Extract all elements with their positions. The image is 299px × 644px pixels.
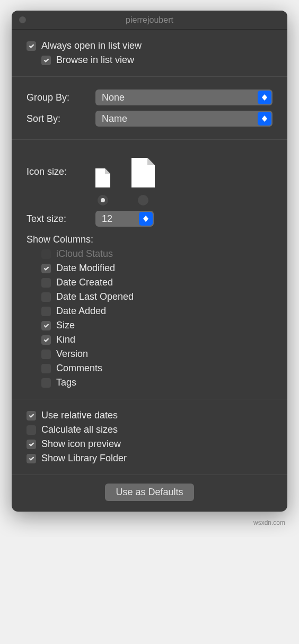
- always-open-label: Always open in list view: [41, 40, 142, 51]
- footer: Use as Defaults: [12, 475, 287, 512]
- always-open-row: Always open in list view: [27, 40, 272, 51]
- column-label: Tags: [56, 377, 76, 388]
- icon-size-large-radio[interactable]: [138, 195, 148, 205]
- file-icon-small: [95, 168, 110, 187]
- icon-size-small-radio[interactable]: [98, 195, 108, 205]
- bottom-checkbox[interactable]: [27, 411, 36, 421]
- column-label: iCloud Status: [56, 248, 113, 260]
- browse-checkbox[interactable]: [41, 56, 51, 65]
- section-grouping: Group By: None Sort By: Name: [12, 77, 287, 140]
- column-checkbox[interactable]: [41, 307, 51, 316]
- column-option: iCloud Status: [41, 248, 272, 260]
- column-option: Date Last Opened: [41, 291, 272, 302]
- column-checkbox[interactable]: [41, 378, 51, 388]
- column-label: Comments: [56, 363, 102, 374]
- column-checkbox[interactable]: [41, 278, 51, 288]
- bottom-label: Show Library Folder: [41, 453, 127, 464]
- browse-label: Browse in list view: [56, 55, 134, 66]
- columns-list: iCloud StatusDate ModifiedDate CreatedDa…: [27, 248, 272, 388]
- column-option: Comments: [41, 363, 272, 374]
- column-option: Version: [41, 348, 272, 360]
- window-title: pierrejoubert: [126, 15, 173, 25]
- group-by-select[interactable]: None: [95, 90, 272, 105]
- bottom-option: Use relative dates: [27, 410, 272, 421]
- sort-by-row: Sort By: Name: [27, 111, 272, 127]
- column-checkbox[interactable]: [41, 292, 51, 302]
- chevron-up-down-icon: [258, 91, 271, 104]
- column-checkbox: [41, 249, 51, 259]
- column-option: Date Created: [41, 277, 272, 288]
- column-label: Date Created: [56, 277, 113, 288]
- bottom-option: Show icon preview: [27, 439, 272, 450]
- bottom-options-list: Use relative datesCalculate all sizesSho…: [27, 410, 272, 464]
- view-options-window: pierrejoubert Always open in list view B…: [12, 11, 287, 512]
- section-bottom-options: Use relative datesCalculate all sizesSho…: [12, 399, 287, 475]
- sort-by-select[interactable]: Name: [95, 111, 272, 127]
- bottom-checkbox[interactable]: [27, 425, 36, 435]
- show-columns-heading: Show Columns:: [27, 234, 272, 245]
- group-by-value: None: [102, 92, 125, 103]
- column-option: Date Added: [41, 306, 272, 317]
- column-label: Size: [56, 320, 75, 331]
- icon-size-row: Icon size:: [27, 153, 272, 205]
- watermark: wsxdn.com: [11, 519, 288, 526]
- always-open-checkbox[interactable]: [27, 41, 36, 51]
- close-button[interactable]: [19, 16, 26, 23]
- bottom-option: Calculate all sizes: [27, 424, 272, 435]
- group-by-row: Group By: None: [27, 90, 272, 105]
- group-by-label: Group By:: [27, 92, 95, 103]
- column-label: Version: [56, 348, 88, 360]
- chevron-up-down-icon: [258, 112, 271, 126]
- bottom-label: Calculate all sizes: [41, 424, 118, 435]
- sort-by-value: Name: [102, 113, 127, 124]
- column-label: Date Last Opened: [56, 291, 134, 302]
- section-main-options: Icon size: Text size: 12: [12, 140, 287, 399]
- sort-by-label: Sort By:: [27, 113, 95, 124]
- icon-size-small-option: [95, 168, 110, 205]
- bottom-option: Show Library Folder: [27, 453, 272, 464]
- use-as-defaults-button[interactable]: Use as Defaults: [105, 484, 194, 501]
- bottom-label: Use relative dates: [41, 410, 118, 421]
- column-checkbox[interactable]: [41, 335, 51, 345]
- column-checkbox[interactable]: [41, 321, 51, 330]
- titlebar: pierrejoubert: [12, 11, 287, 30]
- column-option: Date Modified: [41, 263, 272, 274]
- column-checkbox[interactable]: [41, 364, 51, 373]
- column-label: Kind: [56, 334, 75, 345]
- icon-size-large-option: [131, 158, 155, 205]
- column-checkbox[interactable]: [41, 350, 51, 359]
- column-option: Size: [41, 320, 272, 331]
- column-option: Tags: [41, 377, 272, 388]
- column-label: Date Modified: [56, 263, 115, 274]
- file-icon-large: [131, 158, 155, 187]
- browse-row: Browse in list view: [41, 55, 272, 66]
- icon-size-label: Icon size:: [27, 153, 95, 177]
- text-size-value: 12: [102, 213, 112, 225]
- column-checkbox[interactable]: [41, 264, 51, 273]
- text-size-label: Text size:: [27, 213, 95, 225]
- column-option: Kind: [41, 334, 272, 345]
- chevron-up-down-icon: [139, 212, 153, 226]
- column-label: Date Added: [56, 306, 106, 317]
- section-view-mode: Always open in list view Browse in list …: [12, 30, 287, 77]
- bottom-checkbox[interactable]: [27, 440, 36, 449]
- bottom-checkbox[interactable]: [27, 454, 36, 463]
- text-size-select[interactable]: 12: [95, 211, 154, 227]
- text-size-row: Text size: 12: [27, 211, 272, 227]
- bottom-label: Show icon preview: [41, 439, 121, 450]
